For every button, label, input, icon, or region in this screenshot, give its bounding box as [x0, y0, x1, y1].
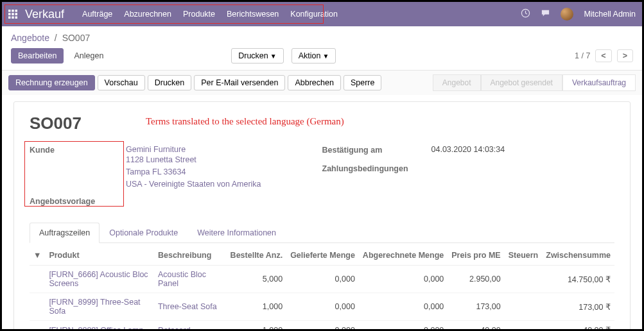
label-customer: Kunde: [30, 145, 126, 190]
line-ordered: 1,000: [227, 293, 287, 321]
col-product[interactable]: Produkt: [45, 246, 154, 266]
stage-sales-order[interactable]: Verkaufsauftrag: [562, 74, 636, 91]
line-product[interactable]: [FURN_6666] Acoustic Bloc Screens: [49, 270, 148, 288]
col-subtotal[interactable]: Zwischensumme: [542, 246, 614, 266]
nav-invoice[interactable]: Abzurechnen: [124, 10, 171, 19]
cancel-button[interactable]: Abbrechen: [288, 75, 340, 90]
pager-next[interactable]: >: [617, 49, 633, 62]
breadcrumb: Angebote / SO007: [2, 26, 642, 44]
pager-text: 1 / 7: [575, 51, 590, 60]
stage-quote[interactable]: Angebot: [433, 74, 481, 91]
table-row[interactable]: [FURN_8999] Three-Seat SofaThree-Seat So…: [30, 293, 614, 321]
svg-rect-0: [8, 10, 11, 12]
line-product[interactable]: [FURN_8888] Office Lamp: [49, 326, 143, 331]
line-price: 173,00: [448, 293, 504, 321]
line-invoiced: 0,000: [359, 266, 448, 293]
print-dropdown[interactable]: Drucken▼: [231, 48, 283, 64]
line-subtotal: 173,00 ₹: [542, 293, 614, 321]
line-product[interactable]: [FURN_8999] Three-Seat Sofa: [49, 298, 140, 316]
line-delivered: 0,000: [286, 293, 359, 321]
order-lines-table: ▼ Produkt Beschreibung Bestellte Anz. Ge…: [30, 246, 614, 331]
tabs: Auftragszeilen Optionale Produkte Weiter…: [30, 223, 614, 243]
confirm-date-value: 04.03.2020 14:03:34: [431, 145, 505, 155]
label-payment-terms: Zahlungsbedingungen: [322, 164, 431, 173]
annotation-text: Terms translated to the selected languag…: [146, 116, 344, 127]
line-subtotal: 14.750,00 ₹: [542, 266, 614, 293]
tab-optional-products[interactable]: Optionale Produkte: [100, 223, 187, 242]
toolbar: Bearbeiten Anlegen Drucken▼ Aktion▼ 1 / …: [2, 44, 642, 70]
line-ordered: 5,000: [227, 266, 287, 293]
col-description[interactable]: Beschreibung: [154, 246, 227, 266]
edit-button[interactable]: Bearbeiten: [11, 48, 64, 64]
tab-more-info[interactable]: Weitere Informationen: [187, 223, 286, 242]
tab-order-lines[interactable]: Auftragszeilen: [30, 223, 100, 243]
breadcrumb-current: SO007: [62, 33, 91, 43]
pager-prev[interactable]: <: [595, 49, 611, 62]
col-taxes[interactable]: Steuern: [505, 246, 543, 266]
breadcrumb-parent[interactable]: Angebote: [11, 33, 49, 43]
user-name[interactable]: Mitchell Admin: [584, 10, 636, 19]
nav-reports[interactable]: Berichtswesen: [227, 10, 279, 19]
line-subtotal: 40,00 ₹: [542, 321, 614, 331]
nav-products[interactable]: Produkte: [183, 10, 215, 19]
apps-icon[interactable]: [8, 10, 17, 19]
nav-orders[interactable]: Aufträge: [82, 10, 112, 19]
line-price: 40,00: [448, 321, 504, 331]
svg-rect-8: [15, 17, 18, 19]
svg-rect-2: [15, 10, 18, 12]
label-confirm-date: Bestätigung am: [322, 145, 431, 155]
preview-button[interactable]: Vorschau: [98, 75, 145, 90]
clock-icon[interactable]: [521, 8, 530, 20]
customer-street: 1128 Lunetta Street: [126, 155, 196, 164]
svg-rect-7: [12, 17, 14, 19]
action-dropdown[interactable]: Aktion▼: [292, 48, 336, 64]
svg-rect-5: [15, 13, 18, 15]
chat-icon[interactable]: [541, 8, 550, 20]
line-delivered: 0,000: [286, 321, 359, 331]
customer-country: USA - Vereinigte Staaten von Amerika: [126, 180, 261, 189]
svg-rect-4: [12, 13, 14, 15]
table-row[interactable]: [FURN_6666] Acoustic Bloc ScreensAcousti…: [30, 266, 614, 293]
lock-button[interactable]: Sperre: [344, 75, 382, 90]
customer-city: Tampa FL 33634: [126, 167, 186, 176]
col-delivered[interactable]: Gelieferte Menge: [286, 246, 359, 266]
create-button[interactable]: Anlegen: [67, 49, 110, 63]
record-title: SO007: [30, 114, 82, 133]
line-delivered: 0,000: [286, 266, 359, 293]
line-invoiced: 0,000: [359, 293, 448, 321]
form-sheet: SO007 Terms translated to the selected l…: [13, 101, 631, 331]
col-ordered[interactable]: Bestellte Anz.: [227, 246, 287, 266]
label-template: Angebotsvorlage: [30, 196, 126, 206]
customer-name[interactable]: Gemini Furniture: [126, 145, 186, 154]
line-ordered: 1,000: [227, 321, 287, 331]
line-desc[interactable]: Acoustic Bloc Panel: [158, 270, 206, 288]
line-invoiced: 0,000: [359, 321, 448, 331]
table-row[interactable]: [FURN_8888] Office LampDatacard1,0000,00…: [30, 321, 614, 331]
print-button[interactable]: Drucken: [148, 75, 192, 90]
top-navbar: Verkauf Aufträge Abzurechnen Produkte Be…: [2, 2, 642, 26]
svg-rect-1: [12, 10, 14, 12]
create-invoice-button[interactable]: Rechnung erzeugen: [8, 75, 95, 90]
col-unitprice[interactable]: Preis pro ME: [448, 246, 504, 266]
svg-rect-6: [8, 17, 11, 19]
avatar[interactable]: [561, 8, 573, 21]
line-price: 2.950,00: [448, 266, 504, 293]
send-email-button[interactable]: Per E-Mail versenden: [194, 75, 285, 90]
status-bar: Rechnung erzeugen Vorschau Drucken Per E…: [2, 70, 642, 95]
stage-quote-sent[interactable]: Angebot gesendet: [481, 74, 562, 91]
nav-menu: Aufträge Abzurechnen Produkte Berichtswe…: [82, 10, 338, 19]
nav-config[interactable]: Konfiguration: [290, 10, 338, 19]
line-desc[interactable]: Three-Seat Sofa: [158, 302, 217, 311]
caret-down-icon[interactable]: ▼: [30, 246, 45, 266]
app-brand[interactable]: Verkauf: [25, 8, 64, 21]
svg-rect-3: [8, 13, 11, 15]
line-desc[interactable]: Datacard: [158, 326, 191, 331]
col-invoiced[interactable]: Abgerechnete Menge: [359, 246, 448, 266]
